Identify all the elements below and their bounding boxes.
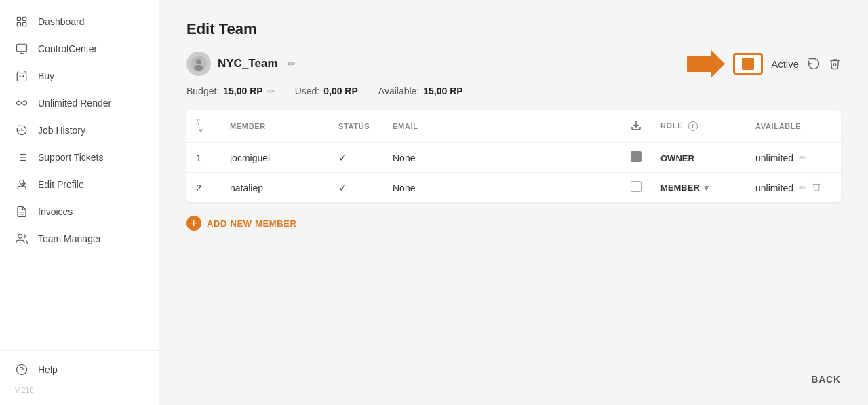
file-icon	[15, 205, 28, 218]
users-icon	[15, 232, 28, 246]
sidebar-item-team-manager-label: Team Manager	[38, 233, 101, 244]
available-item: Available: 15,00 RP	[378, 85, 463, 96]
page-title: Edit Team	[186, 20, 841, 38]
svg-rect-4	[17, 44, 27, 52]
used-value: 0,00 RP	[323, 85, 358, 96]
main-content: Edit Team NYC_Team ✏	[159, 0, 868, 405]
status-check-1: ✓	[338, 152, 347, 163]
col-header-member: MEMBER	[220, 110, 329, 143]
team-name-row: NYC_Team ✏	[186, 52, 298, 76]
list-icon	[15, 151, 28, 164]
cell-status-2: ✓	[329, 173, 383, 203]
sidebar-item-job-history-label: Job History	[38, 125, 85, 136]
add-new-member-button[interactable]: + ADD NEW MEMBER	[186, 216, 841, 231]
sidebar-item-team-manager[interactable]: Team Manager	[0, 225, 159, 252]
budget-edit-button[interactable]: ✏	[267, 86, 275, 96]
used-item: Used: 0,00 RP	[295, 85, 358, 96]
role-dropdown-arrow-2[interactable]: ▼	[703, 183, 711, 193]
sidebar: Dashboard ControlCenter Buy Unlimited Re…	[0, 0, 159, 405]
cell-available-1: unlimited ✏	[746, 143, 841, 173]
grid-icon	[15, 15, 28, 28]
svg-point-15	[18, 234, 22, 238]
cell-email-2: None	[383, 173, 621, 203]
cell-email-1: None	[383, 143, 621, 173]
svg-rect-2	[17, 23, 20, 26]
dl-checkbox-2[interactable]	[631, 181, 642, 192]
col-header-num: # ▼	[186, 110, 220, 143]
svg-point-20	[194, 65, 203, 71]
version-label: V.210	[0, 383, 159, 397]
sidebar-item-support-tickets[interactable]: Support Tickets	[0, 144, 159, 171]
role-info-icon[interactable]: i	[688, 121, 698, 131]
sidebar-item-unlimited-render-label: Unlimited Render	[38, 98, 111, 109]
sidebar-item-help[interactable]: Help	[0, 356, 159, 383]
col-header-download	[621, 110, 651, 143]
table-row: 2 nataliep ✓ None MEMBER ▼ unlimited ✏	[186, 173, 841, 203]
sidebar-item-control-center[interactable]: ControlCenter	[0, 35, 159, 62]
cell-status-1: ✓	[329, 143, 383, 173]
active-toggle-button[interactable]	[733, 53, 763, 75]
svg-point-12	[20, 180, 24, 184]
cell-dl-2	[621, 173, 651, 203]
role-label-2: MEMBER	[660, 182, 700, 193]
svg-marker-21	[687, 50, 725, 77]
history-action-button[interactable]	[807, 57, 821, 71]
budget-label: Budget:	[186, 85, 219, 96]
available-edit-1[interactable]: ✏	[799, 153, 806, 163]
sidebar-item-buy-label: Buy	[38, 71, 54, 81]
sidebar-item-control-center-label: ControlCenter	[38, 43, 97, 54]
col-header-email: EMAIL	[383, 110, 621, 143]
budget-row: Budget: 15,00 RP ✏ Used: 0,00 RP Availab…	[186, 85, 841, 96]
sidebar-item-edit-profile-label: Edit Profile	[38, 179, 84, 190]
svg-point-16	[17, 365, 27, 375]
status-label: Active	[771, 58, 799, 70]
cell-num-2: 2	[186, 173, 220, 203]
sidebar-item-dashboard[interactable]: Dashboard	[0, 8, 159, 35]
used-label: Used:	[295, 85, 320, 96]
svg-rect-3	[23, 23, 26, 26]
sort-icon[interactable]: ▼	[197, 127, 205, 134]
available-text-1: unlimited	[755, 153, 793, 163]
add-member-label: ADD NEW MEMBER	[207, 218, 297, 229]
user-edit-icon	[15, 178, 28, 191]
table-header-row: # ▼ MEMBER STATUS EMAIL ROLE i AVAILABLE	[186, 110, 841, 143]
team-name-edit-button[interactable]: ✏	[285, 57, 298, 71]
cart-icon	[15, 69, 28, 83]
history-icon	[15, 123, 28, 137]
cell-available-2: unlimited ✏	[746, 173, 841, 203]
sidebar-item-edit-profile[interactable]: Edit Profile	[0, 171, 159, 198]
sidebar-help-section: Help V.210	[0, 350, 159, 397]
cell-role-2: MEMBER ▼	[651, 173, 746, 203]
available-row-2: unlimited ✏	[755, 181, 831, 194]
available-row-1: unlimited ✏	[755, 153, 831, 163]
col-header-status: STATUS	[329, 110, 383, 143]
sidebar-item-invoices[interactable]: Invoices	[0, 198, 159, 225]
delete-team-button[interactable]	[829, 57, 841, 71]
col-header-available: AVAILABLE	[746, 110, 841, 143]
sidebar-item-dashboard-label: Dashboard	[38, 16, 85, 27]
cell-num-1: 1	[186, 143, 220, 173]
cell-member-2: nataliep	[220, 173, 329, 203]
add-circle-icon: +	[186, 216, 201, 231]
help-icon	[15, 363, 28, 377]
sidebar-item-buy[interactable]: Buy	[0, 62, 159, 90]
available-value: 15,00 RP	[423, 85, 462, 96]
remove-member-2-button[interactable]	[812, 181, 821, 194]
cell-dl-1	[621, 143, 651, 173]
members-table: # ▼ MEMBER STATUS EMAIL ROLE i AVAILABLE…	[186, 110, 841, 202]
sidebar-item-invoices-label: Invoices	[38, 206, 73, 217]
sidebar-item-job-history[interactable]: Job History	[0, 117, 159, 144]
sidebar-item-unlimited-render[interactable]: Unlimited Render	[0, 90, 159, 117]
status-check-2: ✓	[338, 182, 347, 193]
svg-rect-1	[23, 17, 26, 20]
role-label-1: OWNER	[660, 153, 694, 163]
back-button[interactable]: BACK	[811, 374, 841, 385]
available-edit-2[interactable]: ✏	[799, 182, 806, 193]
monitor-icon	[15, 42, 28, 56]
dl-checkbox-1[interactable]	[631, 151, 642, 162]
infinite-icon	[15, 96, 28, 110]
team-name-label: NYC_Team	[218, 57, 278, 71]
team-header: NYC_Team ✏ Active	[186, 49, 841, 79]
budget-item: Budget: 15,00 RP ✏	[186, 85, 275, 96]
cell-member-1: jocmiguel	[220, 143, 329, 173]
